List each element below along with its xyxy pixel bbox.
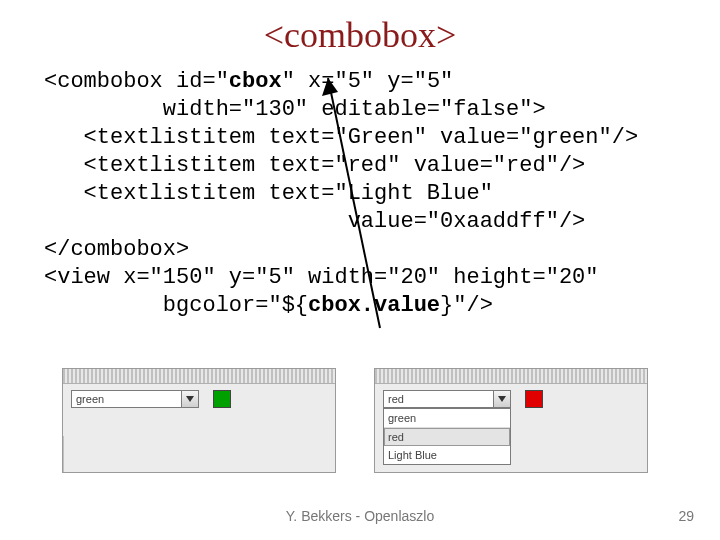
client-area: green — [63, 384, 335, 436]
code-line-9c: }"/> — [440, 293, 493, 318]
demo-window-right: red green red Light Blue — [374, 368, 648, 473]
code-line-2: width="130" editable="false"> — [44, 97, 546, 122]
list-item[interactable]: red — [384, 428, 510, 446]
chevron-down-icon — [186, 396, 194, 402]
slide-title: <combobox> — [0, 14, 720, 56]
color-swatch — [525, 390, 543, 408]
svg-marker-3 — [498, 396, 506, 402]
code-line-3: <textlistitem text="Green" value="green"… — [44, 125, 638, 150]
combobox-button[interactable] — [181, 391, 198, 407]
demo-window-left: green — [62, 368, 336, 473]
combobox-dropdown[interactable]: green red Light Blue — [383, 408, 511, 465]
code-line-1a: <combobox id=" — [44, 69, 229, 94]
code-block: <combobox id="cbox" x="5" y="5" width="1… — [44, 68, 684, 320]
footer-page-number: 29 — [678, 508, 694, 524]
code-line-9a: bgcolor="${ — [44, 293, 308, 318]
code-id-cbox: cbox — [229, 69, 282, 94]
code-line-5: <textlistitem text="Light Blue" — [44, 181, 493, 206]
titlebar — [375, 369, 647, 384]
list-item[interactable]: green — [384, 409, 510, 428]
titlebar — [63, 369, 335, 384]
demo-screenshots: green red green — [62, 368, 648, 473]
code-line-4: <textlistitem text="red" value="red"/> — [44, 153, 585, 178]
list-item[interactable]: Light Blue — [384, 446, 510, 464]
chevron-down-icon — [498, 396, 506, 402]
code-line-7: </combobox> — [44, 237, 189, 262]
combobox-text: red — [384, 391, 493, 407]
code-expr-cboxvalue: cbox.value — [308, 293, 440, 318]
client-area: red green red Light Blue — [375, 384, 647, 472]
combobox-text: green — [72, 391, 181, 407]
combobox-button[interactable] — [493, 391, 510, 407]
code-line-6: value="0xaaddff"/> — [44, 209, 585, 234]
footer-author: Y. Bekkers - Openlaszlo — [0, 508, 720, 524]
slide: <combobox> <combobox id="cbox" x="5" y="… — [0, 0, 720, 540]
svg-marker-2 — [186, 396, 194, 402]
color-swatch — [213, 390, 231, 408]
code-line-1c: " x="5" y="5" — [282, 69, 454, 94]
combobox[interactable]: red — [383, 390, 511, 408]
code-line-8: <view x="150" y="5" width="20" height="2… — [44, 265, 599, 290]
combobox[interactable]: green — [71, 390, 199, 408]
